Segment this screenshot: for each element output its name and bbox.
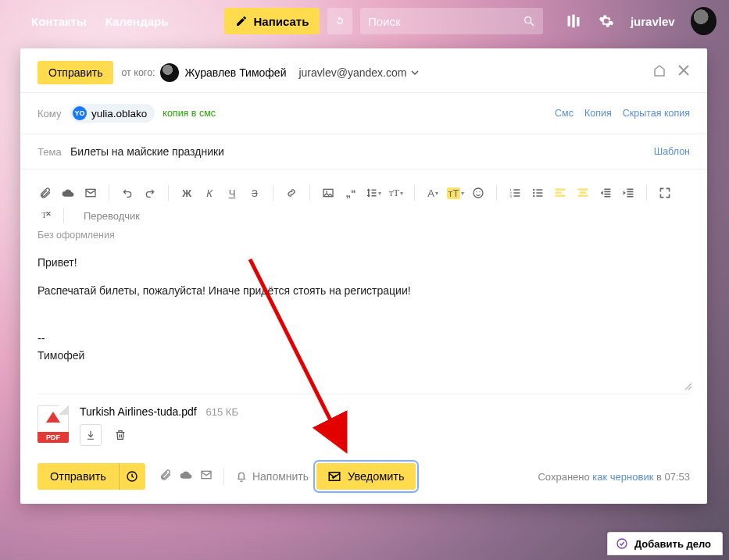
download-attachment-button[interactable] [80, 424, 102, 446]
search-box[interactable] [360, 8, 543, 34]
popout-button[interactable] [652, 64, 666, 81]
resize-icon [682, 380, 693, 391]
footer-attach-button[interactable] [159, 469, 172, 484]
lineheight-icon [366, 187, 377, 199]
quote-button[interactable]: „“ [343, 185, 359, 201]
indent-button[interactable] [598, 185, 613, 201]
cloud-icon [180, 469, 192, 481]
attach-mail-button[interactable] [83, 185, 98, 201]
download-icon [85, 430, 96, 441]
remind-button[interactable]: Напомнить [235, 470, 309, 483]
svg-point-8 [473, 188, 483, 198]
resize-handle[interactable] [682, 380, 693, 391]
align-center-button[interactable] [575, 185, 591, 201]
bg-color-button[interactable]: тТ▾ [448, 185, 463, 201]
underline-button[interactable]: Ч [224, 185, 240, 201]
text-color-button[interactable]: A▾ [425, 185, 441, 201]
notify-button[interactable]: Уведомить [316, 463, 415, 490]
strike-button[interactable]: З [247, 185, 263, 201]
compose-panel: Отправить от кого: Журавлев Тимофей jura… [20, 48, 707, 504]
paperclip-icon [159, 469, 172, 481]
link-button[interactable] [284, 185, 299, 201]
numbered-list-button[interactable]: 123 [507, 185, 523, 201]
emoji-button[interactable] [470, 185, 486, 201]
add-task-label: Добавить дело [634, 538, 711, 550]
fullscreen-icon [659, 187, 671, 199]
add-task-button[interactable]: Добавить дело [607, 532, 723, 555]
svg-rect-19 [556, 194, 566, 196]
from-email-text: juravlev@yandex.com [298, 66, 406, 79]
send-button-top[interactable]: Отправить [38, 61, 113, 84]
from-label: от кого: [121, 67, 155, 78]
indent-icon [599, 187, 612, 199]
attach-cloud-button[interactable] [60, 185, 76, 201]
svg-point-10 [479, 191, 480, 192]
refresh-button[interactable] [327, 8, 352, 34]
align-left-button[interactable] [552, 185, 568, 201]
trash-icon [114, 429, 127, 441]
attachment-filename[interactable]: Turkish Airlines-tuda.pdf [80, 405, 197, 418]
nav-calendar[interactable]: Календарь [105, 15, 169, 28]
compose-button[interactable]: Написать [224, 8, 320, 34]
cc-link[interactable]: Копия [584, 108, 612, 119]
fontsize-button[interactable]: тТ▾ [388, 185, 404, 201]
template-link[interactable]: Шаблон [654, 146, 690, 157]
account-avatar[interactable] [691, 7, 716, 35]
italic-button[interactable]: К [202, 185, 217, 201]
bullet-list-button[interactable] [530, 185, 545, 201]
attachment-name-row: Turkish Airlines-tuda.pdf 615 КБ [80, 405, 238, 418]
bcc-link[interactable]: Скрытая копия [623, 108, 690, 119]
refresh-icon [334, 15, 346, 27]
svg-text:T: T [41, 211, 47, 219]
footer-mail-button[interactable] [200, 469, 213, 484]
body-line: -- [38, 330, 690, 348]
close-button[interactable] [677, 64, 690, 81]
redo-button[interactable] [142, 185, 158, 201]
compose-icon [235, 15, 248, 27]
bell-icon [235, 470, 248, 483]
from-email-dropdown[interactable]: juravlev@yandex.com [298, 66, 419, 79]
fullscreen-button[interactable] [657, 185, 673, 201]
footer-cloud-button[interactable] [180, 469, 192, 484]
send-button[interactable]: Отправить [38, 463, 119, 490]
check-circle-icon [616, 537, 628, 550]
bold-button[interactable]: Ж [179, 185, 195, 201]
sms-copy-label[interactable]: копия в смс [163, 108, 216, 119]
attachment-size: 615 КБ [206, 406, 238, 418]
attach-button[interactable] [38, 185, 53, 201]
to-label: Кому [38, 108, 70, 119]
sms-link[interactable]: Смс [555, 108, 574, 119]
draft-link[interactable]: как черновик [592, 471, 653, 483]
undo-button[interactable] [120, 185, 135, 201]
settings-button[interactable] [596, 10, 616, 32]
recipient-chip[interactable]: YO yulia.oblako [70, 104, 155, 123]
search-input[interactable] [368, 15, 516, 28]
pdf-file-icon[interactable]: PDF [38, 405, 69, 443]
body-line: Привет! [38, 255, 690, 272]
from-avatar [160, 63, 179, 82]
subject-input[interactable] [70, 145, 654, 158]
delete-attachment-button[interactable] [109, 424, 131, 446]
lineheight-button[interactable]: ▾ [366, 185, 381, 201]
themes-button[interactable] [563, 10, 584, 32]
search-icon [523, 15, 535, 27]
send-schedule-button[interactable] [119, 463, 145, 490]
subject-field[interactable]: Тема Шаблон [38, 142, 690, 161]
ol-icon: 123 [509, 187, 521, 199]
account-username[interactable]: juravlev [631, 15, 675, 28]
image-button[interactable] [320, 185, 336, 201]
body-line: Распечатай билеты, пожалуйста! Иначе при… [38, 283, 690, 300]
svg-rect-2 [567, 16, 570, 26]
nav-contacts[interactable]: Контакты [31, 15, 87, 28]
svg-point-9 [476, 191, 477, 192]
message-body[interactable]: Привет! Распечатай билеты, пожалуйста! И… [38, 248, 690, 389]
outdent-button[interactable] [620, 185, 636, 201]
saved-status: Сохранено как черновик в 07:53 [538, 471, 690, 483]
from-name: Журавлев Тимофей [185, 66, 287, 79]
to-field[interactable]: Кому YO yulia.oblako копия в смс Смс Коп… [38, 101, 690, 126]
close-icon [677, 64, 690, 77]
no-formatting-toggle[interactable]: Без оформления [38, 230, 690, 248]
translator-button[interactable]: Переводчик [84, 210, 140, 222]
clear-format-button[interactable]: T [38, 208, 53, 223]
redo-icon [144, 187, 156, 199]
